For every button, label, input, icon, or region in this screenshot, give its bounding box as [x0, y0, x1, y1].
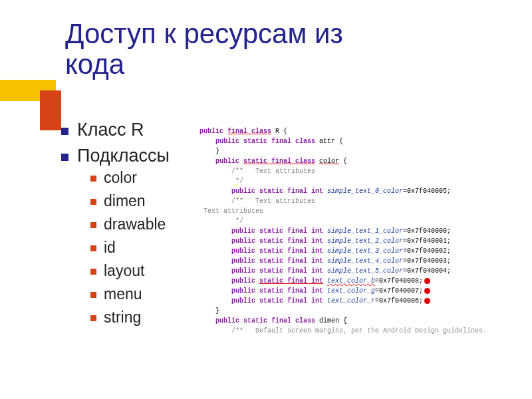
code-token: R {	[271, 128, 287, 135]
code-token: simple_text_0_color	[327, 188, 403, 195]
list-item-label: Подклассы	[77, 146, 170, 166]
error-dot-icon	[424, 278, 430, 284]
code-token: static final class	[243, 158, 315, 165]
code-token: simple_text_5_color	[327, 267, 403, 275]
code-token: =0x7f040007;	[375, 287, 423, 295]
code-token: public static final int	[200, 287, 327, 295]
code-token: public static final int	[200, 247, 327, 255]
code-token: public static final int	[200, 227, 327, 235]
code-token: =0x7f040002;	[403, 247, 451, 255]
list-item-label: dimen	[104, 192, 146, 209]
code-token: =0x7f040003;	[403, 257, 451, 265]
code-token: simple_text_3_color	[327, 247, 403, 255]
code-token: public static final int	[200, 267, 327, 275]
code-token: text_color_r	[327, 297, 375, 305]
code-token: simple_text_4_color	[327, 257, 403, 265]
code-token: {	[339, 317, 347, 325]
code-token: dimen	[319, 317, 339, 325]
code-token: =0x7f040005;	[403, 188, 451, 195]
error-dot-icon	[424, 298, 430, 304]
code-token: public static final int	[200, 257, 327, 265]
code-token: {	[339, 158, 347, 165]
code-token: }	[200, 148, 219, 155]
code-token: /** Text attributes	[200, 198, 315, 205]
code-token: =0x7f040004;	[403, 267, 451, 275]
code-token: public	[200, 128, 227, 135]
title-line-2: кода	[65, 49, 124, 80]
list-item-label: menu	[104, 285, 142, 303]
code-token: public	[200, 158, 243, 165]
code-token: public static final int	[200, 237, 327, 245]
code-token: text_color_b	[327, 277, 375, 285]
code-token: {	[335, 138, 343, 145]
list-item-label: id	[104, 239, 116, 256]
code-token: /** Default screen margins, per the Andr…	[200, 327, 487, 334]
code-token: public static final int	[200, 297, 327, 305]
code-token: =0x7f040001;	[403, 237, 451, 245]
code-token: Text attributes	[200, 207, 263, 215]
code-token: color	[319, 158, 339, 165]
slide-title: Доступ к ресурсам из кода	[65, 19, 343, 80]
code-token: text_color_g	[327, 287, 375, 295]
code-token: public static final class	[200, 138, 319, 145]
code-token: }	[200, 307, 219, 315]
code-token: */	[200, 217, 243, 225]
list-item-label: Класс R	[77, 120, 144, 140]
list-item-label: drawable	[104, 215, 166, 233]
list-item-label: color	[104, 169, 137, 186]
code-token: /** Text attributes	[200, 168, 315, 175]
code-token: =0x7f040008;	[375, 277, 423, 285]
code-snippet: public final class R { public static fin…	[200, 126, 531, 336]
code-token: simple_text_2_color	[327, 237, 403, 245]
code-token: simple_text_1_color	[327, 227, 403, 235]
code-token: public	[200, 277, 259, 285]
code-token: */	[200, 178, 243, 185]
title-line-1: Доступ к ресурсам из	[65, 18, 343, 49]
code-token: public static final class	[200, 317, 319, 325]
code-token: =0x7f040000;	[403, 227, 451, 235]
list-item-label: layout	[104, 262, 144, 279]
code-token: static final int	[259, 277, 323, 285]
code-token: attr	[319, 138, 335, 145]
code-token: =0x7f040006;	[375, 297, 423, 305]
list-item-label: string	[104, 309, 141, 326]
code-token: final class	[227, 128, 271, 135]
code-token: public static final int	[200, 188, 327, 195]
error-dot-icon	[424, 288, 430, 294]
